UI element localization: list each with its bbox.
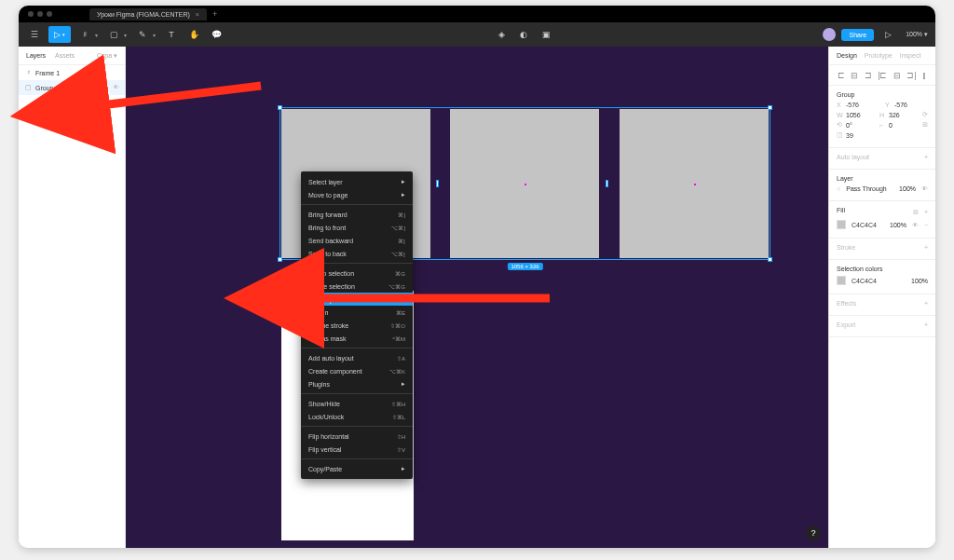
toolbar: ☰ ▷▾ ♯▾ ▢▾ ✎▾ T ✋ 💬 ◈ ◐ ▣ Share ▷ 100% ▾ [19, 22, 935, 47]
ctx-frame-selection[interactable]: Frame selection⌥⌘G [301, 280, 413, 293]
effects-section[interactable]: Effects+ [829, 294, 935, 316]
selection-colors-section: Selection colors C4C4C4 100% [829, 260, 935, 294]
sel-swatch[interactable] [837, 276, 846, 285]
help-button[interactable]: ? [806, 526, 821, 540]
opacity-r-input[interactable]: 39 [846, 132, 853, 139]
x-input[interactable]: -576 [846, 102, 859, 108]
avatar[interactable] [823, 28, 836, 41]
ctx-show-hide[interactable]: Show/Hide⇧⌘H [301, 397, 413, 410]
style-icon[interactable]: ⊞ [913, 209, 919, 216]
add-fill-icon[interactable]: + [924, 209, 928, 215]
w-input[interactable]: 1056 [846, 112, 861, 118]
rectangle-2[interactable] [450, 109, 599, 258]
opacity-input[interactable]: 100% [899, 185, 916, 192]
y-input[interactable]: -576 [894, 102, 907, 108]
group-icon: ▢ [24, 84, 32, 91]
ctx-ungroup[interactable]: Ungroup⇧⌘G [301, 293, 413, 306]
ctx-component[interactable]: Create component⌥⌘K [301, 364, 413, 377]
context-menu: Select layer▸ Move to page▸ Bring forwar… [301, 171, 413, 479]
ctx-select-layer[interactable]: Select layer▸ [301, 175, 413, 188]
export-section[interactable]: Export+ [829, 316, 935, 337]
boolean-icon[interactable]: ▣ [538, 26, 554, 43]
fill-swatch[interactable] [837, 220, 846, 229]
fill-section: Fill⊞+ C4C4C4 100% 👁 − [829, 201, 935, 239]
layers-panel: Layers Assets Стра ▾ ♯ Frame 1 ▢ Group 1… [19, 47, 126, 548]
rotation-input[interactable]: 0° [846, 122, 852, 129]
fill-hex[interactable]: C4C4C4 [852, 222, 877, 228]
ctx-move-to-page[interactable]: Move to page▸ [301, 188, 413, 201]
ctx-bring-front[interactable]: Bring to front⌥⌘] [301, 221, 413, 234]
add-stroke-icon[interactable]: + [924, 244, 928, 251]
add-icon[interactable]: + [924, 154, 928, 160]
design-tab[interactable]: Design [837, 52, 857, 59]
mask-icon[interactable]: ◐ [515, 26, 532, 43]
zoom-level[interactable]: 100% ▾ [906, 31, 928, 38]
visibility-icon[interactable]: 👁 [921, 185, 928, 192]
ctx-group[interactable]: Group selection⌘G [301, 266, 413, 280]
frame-icon: ♯ [24, 69, 32, 76]
transform-section: Group X-576 Y-576 W1056 H326 ⟳ ⟲0° ⌐0 ⊞ … [829, 86, 935, 148]
ctx-plugins[interactable]: Plugins▸ [301, 377, 413, 390]
lock-icon[interactable]: 🔒 [102, 84, 110, 91]
canvas[interactable]: 1056 × 326 Frame 1 Select layer▸ Move to… [126, 47, 828, 548]
menu-button[interactable]: ☰ [26, 26, 43, 43]
new-tab-button[interactable]: + [212, 9, 217, 19]
h-input[interactable]: 326 [889, 112, 900, 118]
ctx-mask[interactable]: Use as mask^⌘M [301, 332, 413, 345]
pen-tool[interactable]: ✎ [134, 26, 151, 43]
share-button[interactable]: Share [841, 29, 874, 41]
size-badge: 1056 × 326 [507, 263, 542, 270]
constrain-icon[interactable]: ⟳ [922, 111, 928, 118]
move-tool[interactable]: ▷▾ [48, 26, 71, 43]
tab-title: Уроки Figma (FIGMA.CENTER) [97, 11, 190, 18]
align-tools[interactable]: ⊏⊟⊐|⊏⊟⊐|⫿ [829, 65, 935, 86]
ctx-auto-layout[interactable]: Add auto layout⇧A [301, 351, 413, 364]
layer-actions[interactable]: 🔒 👁 [102, 84, 119, 91]
add-export-icon[interactable]: + [924, 321, 928, 328]
add-effect-icon[interactable]: + [924, 300, 928, 307]
hand-tool[interactable]: ✋ [185, 26, 202, 43]
independent-corners-icon[interactable]: ⊞ [922, 121, 928, 129]
frame-label: Frame 1 [281, 282, 302, 288]
ctx-send-backward[interactable]: Send backward⌘[ [301, 234, 413, 247]
visibility-icon[interactable]: 👁 [113, 84, 119, 91]
rectangle-3[interactable] [620, 109, 769, 258]
ctx-bring-forward[interactable]: Bring forward⌘] [301, 208, 413, 221]
text-tool[interactable]: T [163, 26, 180, 43]
fill-opacity[interactable]: 100% [890, 222, 906, 228]
ctx-flip-v[interactable]: Flip vertical⇧V [301, 443, 413, 456]
layers-tab[interactable]: Layers [26, 52, 46, 59]
auto-layout-section[interactable]: Auto layout+ [829, 148, 935, 170]
assets-tab[interactable]: Assets [55, 52, 75, 59]
ctx-outline[interactable]: Outline stroke⇧⌘O [301, 319, 413, 332]
present-button[interactable]: ▷ [879, 26, 896, 43]
layer-frame-1[interactable]: ♯ Frame 1 [19, 65, 125, 80]
stroke-section[interactable]: Stroke+ [829, 239, 935, 260]
ctx-lock[interactable]: Lock/Unlock⇧⌘L [301, 410, 413, 423]
blend-mode[interactable]: Pass Through [846, 185, 886, 192]
ctx-copy-paste[interactable]: Copy/Paste▸ [301, 462, 413, 475]
radius-input[interactable]: 0 [889, 122, 893, 129]
shape-tool[interactable]: ▢ [105, 26, 122, 43]
prototype-tab[interactable]: Prototype [865, 52, 893, 59]
close-icon[interactable]: × [196, 11, 199, 18]
component-icon[interactable]: ◈ [493, 26, 510, 43]
inspect-tab[interactable]: Inspect [900, 52, 921, 59]
remove-icon[interactable]: − [924, 222, 928, 228]
layer-group-1[interactable]: ▢ Group 1 🔒 👁 [19, 80, 125, 95]
comment-tool[interactable]: 💬 [208, 26, 225, 43]
window-controls[interactable] [28, 11, 52, 17]
layer-section: Layer ○ Pass Through 100% 👁 [829, 170, 935, 201]
titlebar: Уроки Figma (FIGMA.CENTER) × + [19, 6, 935, 22]
file-tab[interactable]: Уроки Figma (FIGMA.CENTER) × [89, 8, 207, 20]
ctx-flatten[interactable]: Flatten⌘E [301, 306, 413, 319]
properties-panel: Design Prototype Inspect ⊏⊟⊐|⊏⊟⊐|⫿ Group… [828, 47, 935, 548]
frame-tool[interactable]: ♯ [76, 26, 93, 43]
page-dropdown[interactable]: Стра ▾ [97, 52, 117, 60]
ctx-send-back[interactable]: Send to back⌥⌘[ [301, 247, 413, 260]
ctx-flip-h[interactable]: Flip horizontal⇧H [301, 430, 413, 443]
visibility-icon[interactable]: 👁 [912, 222, 919, 228]
